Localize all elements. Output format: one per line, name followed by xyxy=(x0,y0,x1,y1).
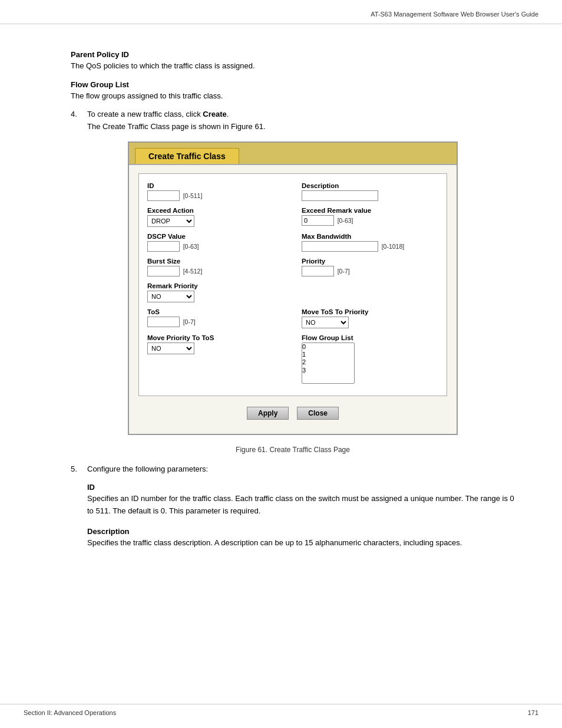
flow-group-label: Flow Group List xyxy=(302,334,438,341)
footer-right: 171 xyxy=(528,709,538,716)
flow-group-item-0[interactable]: 0 xyxy=(302,343,354,351)
burst-size-hint: [4-512] xyxy=(183,268,203,275)
ui-form: ID [0-511] Description xyxy=(138,173,447,396)
dscp-hint: [0-63] xyxy=(183,243,199,250)
flow-group-item-1[interactable]: 1 xyxy=(302,351,354,358)
max-bandwidth-label: Max Bandwidth xyxy=(302,233,438,240)
param-description-text: Specifies the traffic class description.… xyxy=(87,537,515,549)
priority-input[interactable] xyxy=(302,266,334,276)
term-def-parent-policy-id: The QoS policies to which the traffic cl… xyxy=(71,60,515,72)
exceed-remark-hint: [0-63] xyxy=(338,217,353,224)
step-5-text: Configure the following parameters: xyxy=(87,465,208,473)
page-footer: Section II: Advanced Operations 171 xyxy=(0,704,562,716)
term-flow-group-list: Flow Group List xyxy=(71,80,515,89)
param-id-label: ID xyxy=(87,483,515,492)
move-tos-priority-select[interactable]: NO xyxy=(302,317,349,328)
param-description: Description Specifies the traffic class … xyxy=(87,527,515,549)
exceed-remark-input[interactable] xyxy=(302,215,334,226)
id-input[interactable] xyxy=(147,190,180,201)
page-header: AT-S63 Management Software Web Browser U… xyxy=(0,0,562,24)
ui-frame: Create Traffic Class ID [0-511] Descript… xyxy=(128,141,458,435)
step-5-number: 5. xyxy=(71,465,82,473)
tos-label: ToS xyxy=(147,308,284,315)
term-def-flow-group-list: The flow groups assigned to this traffic… xyxy=(71,90,515,102)
apply-button[interactable]: Apply xyxy=(247,407,289,420)
move-tos-priority-label: Move ToS To Priority xyxy=(302,308,438,315)
tos-input[interactable] xyxy=(147,317,180,327)
figure-intro: The Create Traffic Class page is shown i… xyxy=(87,122,515,131)
ui-title-tab: Create Traffic Class xyxy=(135,148,239,164)
step-4-text: To create a new traffic class, click Cre… xyxy=(87,110,229,118)
param-id-text: Specifies an ID number for the traffic c… xyxy=(87,493,515,518)
footer-left: Section II: Advanced Operations xyxy=(24,709,116,716)
exceed-action-select[interactable]: DROP xyxy=(147,215,194,227)
burst-size-label: Burst Size xyxy=(147,258,284,265)
flow-group-listbox[interactable]: 0 1 2 3 xyxy=(302,342,355,384)
description-input[interactable] xyxy=(302,190,378,201)
flow-group-item-3[interactable]: 3 xyxy=(302,367,354,374)
remark-priority-label: Remark Priority xyxy=(147,282,284,289)
id-hint: [0-511] xyxy=(183,192,203,199)
move-priority-tos-select[interactable]: NO xyxy=(147,342,194,354)
param-description-label: Description xyxy=(87,527,515,536)
exceed-action-label: Exceed Action xyxy=(147,207,284,214)
step-4-number: 4. xyxy=(71,110,82,118)
term-parent-policy-id: Parent Policy ID xyxy=(71,50,515,59)
remark-priority-select[interactable]: NO xyxy=(147,291,194,302)
exceed-remark-label: Exceed Remark value xyxy=(302,207,438,214)
ui-buttons: Apply Close xyxy=(138,402,447,426)
close-button[interactable]: Close xyxy=(297,407,339,420)
description-label: Description xyxy=(302,182,438,189)
max-bandwidth-hint: [0-1018] xyxy=(382,243,405,250)
header-title: AT-S63 Management Software Web Browser U… xyxy=(371,11,538,18)
step-5: 5. Configure the following parameters: xyxy=(71,465,515,473)
burst-size-input[interactable] xyxy=(147,266,180,276)
move-priority-tos-label: Move Priority To ToS xyxy=(147,334,284,341)
dscp-label: DSCP Value xyxy=(147,233,284,240)
tos-hint: [0-7] xyxy=(183,318,196,325)
dscp-input[interactable] xyxy=(147,241,180,252)
figure-caption: Figure 61. Create Traffic Class Page xyxy=(71,446,515,454)
param-id: ID Specifies an ID number for the traffi… xyxy=(87,483,515,518)
id-label: ID xyxy=(147,182,284,189)
step-4: 4. To create a new traffic class, click … xyxy=(71,110,515,118)
max-bandwidth-input[interactable] xyxy=(302,241,378,252)
flow-group-item-2[interactable]: 2 xyxy=(302,358,354,366)
priority-hint: [0-7] xyxy=(338,268,350,275)
priority-label: Priority xyxy=(302,258,438,265)
